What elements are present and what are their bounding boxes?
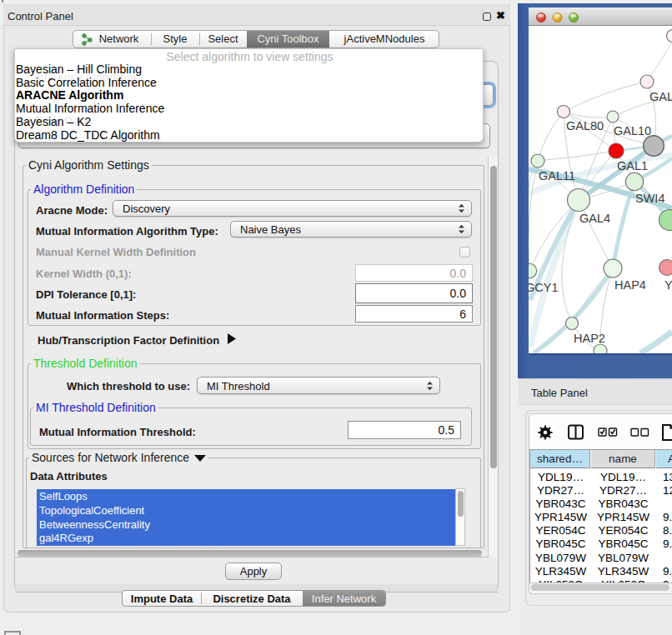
svg-text:GAL80: GAL80 [566,119,604,132]
svg-text:GAL: GAL [649,90,672,103]
svg-text:GAL11: GAL11 [539,169,575,182]
svg-text:Y: Y [664,278,672,292]
svg-text:SWI4: SWI4 [635,192,664,205]
svg-text:HAP2: HAP2 [574,332,605,345]
svg-text:GAL10: GAL10 [614,124,651,138]
svg-text:GAL1: GAL1 [617,159,648,172]
svg-text:HAP4: HAP4 [614,278,646,292]
svg-text:GAL4: GAL4 [579,212,610,225]
svg-text:GCY1: GCY1 [529,281,559,294]
